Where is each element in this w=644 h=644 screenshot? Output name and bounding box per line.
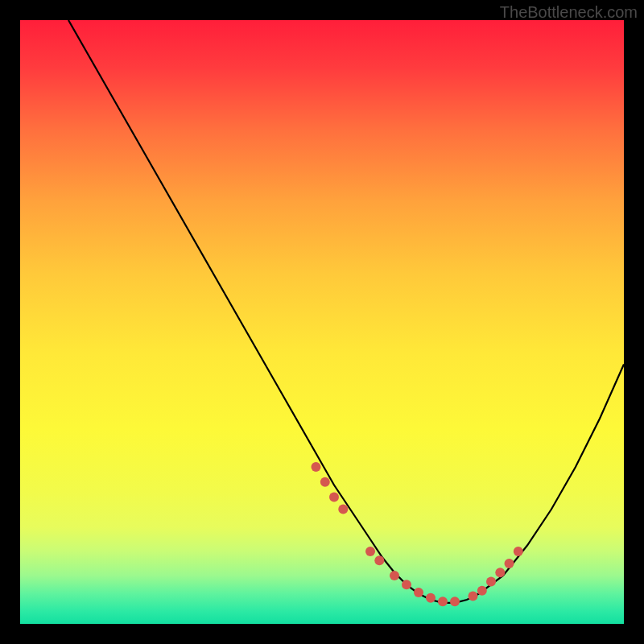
curve-marker: [374, 555, 384, 565]
curve-marker: [365, 547, 375, 556]
curve-marker: [329, 493, 339, 502]
chart-plot-area: [20, 20, 624, 624]
curve-marker: [514, 547, 523, 556]
curve-marker: [486, 577, 496, 587]
curve-marker: [495, 568, 505, 577]
curve-marker: [338, 505, 348, 514]
curve-marker: [426, 593, 436, 603]
curve-marker: [477, 586, 487, 596]
curve-markers: [312, 462, 523, 606]
curve-marker: [320, 477, 330, 487]
curve-marker: [450, 597, 460, 606]
curve-marker: [402, 580, 411, 589]
curve-marker: [469, 592, 478, 601]
chart-svg: [20, 20, 624, 624]
attribution-text: TheBottleneck.com: [500, 3, 638, 22]
curve-marker: [505, 559, 514, 568]
curve-marker: [438, 597, 448, 606]
curve-marker: [312, 462, 321, 472]
bottleneck-curve: [68, 20, 624, 603]
curve-marker: [390, 571, 399, 580]
curve-marker: [414, 588, 423, 597]
